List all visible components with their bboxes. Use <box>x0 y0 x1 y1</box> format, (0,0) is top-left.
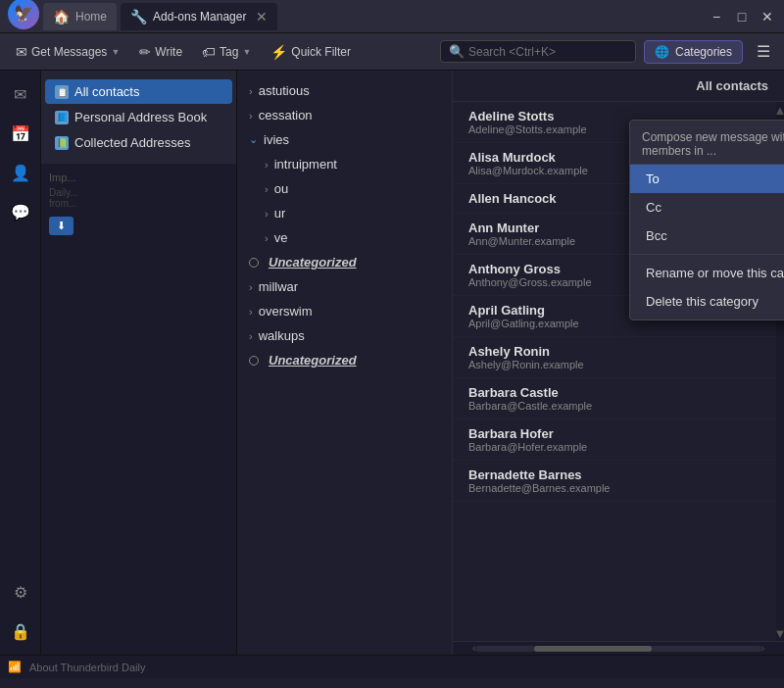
arrow-icon: › <box>265 208 269 220</box>
app-logo: 🦅 <box>8 0 39 29</box>
cat-item-ve[interactable]: › ve <box>237 225 452 250</box>
address-book-panel: 📋 All contacts 📘 Personal Address Book 📗… <box>41 71 237 655</box>
radio-icon <box>249 258 259 268</box>
main-layout: ✉ 📅 👤 💬 ⚙ 🔒 📋 All contacts 📘 Personal Ad… <box>0 71 784 655</box>
addr-icon-personal: 📘 <box>55 111 69 124</box>
contact-email-9: Bernadette@Barnes.example <box>468 482 760 494</box>
status-bar: 📶 About Thunderbird Daily <box>0 655 784 678</box>
context-menu-separator <box>630 254 784 255</box>
get-messages-dropdown-icon: ▼ <box>111 47 120 57</box>
ctx-item-cc[interactable]: Cc <box>630 193 784 221</box>
cat-item-uncategorized1[interactable]: Uncategorized <box>237 250 452 274</box>
contact-name-6: Ashely Ronin <box>468 344 760 359</box>
maximize-button[interactable]: □ <box>733 8 751 25</box>
home-icon: 🏠 <box>53 9 70 25</box>
cat-item-overswim[interactable]: › overswim <box>237 299 452 323</box>
addons-icon: 🔧 <box>130 9 147 25</box>
arrow-icon: › <box>265 183 269 195</box>
import-button[interactable]: ⬇ <box>49 217 74 235</box>
left-sidebar: ✉ 📅 👤 💬 ⚙ 🔒 <box>0 71 41 655</box>
arrow-icon: › <box>265 159 269 171</box>
tag-button[interactable]: 🏷 Tag ▼ <box>194 40 259 64</box>
tag-dropdown-icon: ▼ <box>242 47 251 57</box>
search-icon: 🔍 <box>449 44 465 59</box>
scroll-down-button[interactable]: ▼ <box>776 625 784 641</box>
tab-addons[interactable]: 🔧 Add-ons Manager ✕ <box>121 3 277 30</box>
ctx-item-bcc[interactable]: Bcc <box>630 221 784 250</box>
get-messages-button[interactable]: ✉ Get Messages ▼ <box>8 40 127 64</box>
scroll-right-button[interactable]: › <box>761 643 764 654</box>
toolbar: ✉ Get Messages ▼ ✏ Write 🏷 Tag ▼ ⚡ Quick… <box>0 33 784 71</box>
rainbow-icon: 🌐 <box>655 45 669 59</box>
tab-home-label: Home <box>75 10 107 24</box>
minimize-button[interactable]: − <box>708 8 725 25</box>
contacts-header-label: All contacts <box>696 78 768 93</box>
cat-intruipment-label: intruipment <box>274 157 337 172</box>
cat-item-astutious[interactable]: › astutious <box>237 78 452 103</box>
cat-ivies-label: ivies <box>264 132 289 147</box>
close-button[interactable]: ✕ <box>759 8 776 25</box>
sidebar-icon-lock[interactable]: 🔒 <box>5 615 36 647</box>
cat-item-intruipment[interactable]: › intruipment <box>237 152 452 176</box>
tab-home[interactable]: 🏠 Home <box>43 3 117 30</box>
arrow-icon: › <box>249 85 253 97</box>
contact-item-8[interactable]: Barbara Hofer Barbara@Hofer.example <box>453 419 776 461</box>
cat-astutious-label: astutious <box>259 83 310 98</box>
search-box[interactable]: 🔍 <box>440 40 636 63</box>
cat-item-walkups[interactable]: › walkups <box>237 323 452 348</box>
horizontal-scrollbar[interactable]: ‹ › <box>453 641 784 655</box>
contact-name-8: Barbara Hofer <box>468 426 760 441</box>
content-area: › astutious › cessation ⌄ ivies › intrui… <box>237 71 784 655</box>
scroll-up-button[interactable]: ▲ <box>776 102 784 118</box>
contact-email-7: Barbara@Castle.example <box>468 400 760 412</box>
contact-name-7: Barbara Castle <box>468 385 760 400</box>
ctx-item-rename[interactable]: Rename or move this category <box>630 259 784 287</box>
sidebar-icon-chat[interactable]: 💬 <box>5 196 36 227</box>
category-tree: › astutious › cessation ⌄ ivies › intrui… <box>237 71 453 655</box>
cat-uncategorized1-label: Uncategorized <box>269 255 357 270</box>
contact-email-8: Barbara@Hofer.example <box>468 441 760 453</box>
sidebar-icon-settings[interactable]: ⚙ <box>5 576 36 608</box>
tab-close-icon[interactable]: ✕ <box>256 9 268 25</box>
cat-ve-label: ve <box>274 230 288 245</box>
h-scroll-thumb[interactable] <box>534 646 652 652</box>
ctx-item-delete[interactable]: Delete this category <box>630 287 784 316</box>
address-book-list: 📋 All contacts 📘 Personal Address Book 📗… <box>41 71 236 164</box>
menu-button[interactable]: ☰ <box>751 38 776 65</box>
search-input[interactable] <box>468 45 615 59</box>
h-scroll-track[interactable] <box>475 646 760 652</box>
sidebar-bottom: ⚙ 🔒 <box>5 576 36 647</box>
contact-name-9: Bernadette Barnes <box>468 467 760 482</box>
addr-all-contacts-label: All contacts <box>74 84 139 99</box>
cat-item-millwar[interactable]: › millwar <box>237 274 452 299</box>
cat-item-ur[interactable]: › ur <box>237 201 452 225</box>
cat-item-ivies[interactable]: ⌄ ivies <box>237 127 452 152</box>
arrow-down-icon: ⌄ <box>249 133 258 146</box>
title-bar: 🦅 🏠 Home 🔧 Add-ons Manager ✕ − □ ✕ <box>0 0 784 33</box>
contact-item-7[interactable]: Barbara Castle Barbara@Castle.example <box>453 378 776 419</box>
contact-item-6[interactable]: Ashely Ronin Ashely@Ronin.example <box>453 337 776 378</box>
ctx-item-to[interactable]: To <box>630 165 784 193</box>
cat-cessation-label: cessation <box>259 108 313 123</box>
addr-item-personal[interactable]: 📘 Personal Address Book <box>45 105 232 129</box>
sidebar-icon-mail[interactable]: ✉ <box>5 78 36 110</box>
tag-label: Tag <box>220 45 238 59</box>
wifi-icon: 📶 <box>8 661 22 673</box>
cat-millwar-label: millwar <box>259 279 298 294</box>
cat-item-cessation[interactable]: › cessation <box>237 103 452 127</box>
sidebar-icon-contacts[interactable]: 👤 <box>5 157 36 188</box>
arrow-icon: › <box>249 110 253 122</box>
cat-item-ou[interactable]: › ou <box>237 176 452 201</box>
categories-button[interactable]: 🌐 Categories <box>644 40 743 64</box>
addr-item-collected[interactable]: 📗 Collected Addresses <box>45 130 232 155</box>
contact-item-9[interactable]: Bernadette Barnes Bernadette@Barnes.exam… <box>453 461 776 502</box>
import-label: Imp... <box>49 172 228 183</box>
quick-filter-label: Quick Filter <box>291 45 351 59</box>
cat-item-uncategorized2[interactable]: Uncategorized <box>237 348 452 372</box>
sidebar-icon-calendar[interactable]: 📅 <box>5 118 36 149</box>
write-button[interactable]: ✏ Write <box>131 40 190 64</box>
arrow-icon: › <box>249 330 253 342</box>
addr-item-all-contacts[interactable]: 📋 All contacts <box>45 79 232 104</box>
quick-filter-button[interactable]: ⚡ Quick Filter <box>263 40 359 64</box>
import-info: Daily...from... <box>49 187 228 209</box>
